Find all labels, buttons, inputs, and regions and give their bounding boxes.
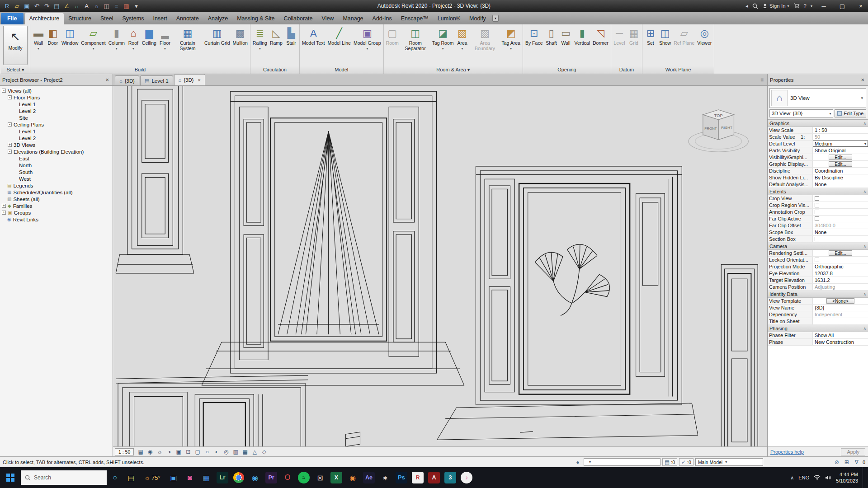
modify-button[interactable]: ↖Modify: [3, 26, 28, 65]
rendering-dialog-icon[interactable]: ▣: [174, 448, 183, 455]
section-extents[interactable]: Extents∧: [768, 188, 868, 195]
ribbon-tab-annotate[interactable]: Annotate: [172, 13, 203, 24]
ribbon-tab-architecture[interactable]: Architecture: [25, 13, 64, 24]
section-camera[interactable]: Camera∧: [768, 243, 868, 250]
browser-item-west-13[interactable]: West: [0, 175, 113, 182]
roof-dropdown-icon[interactable]: ▾: [132, 47, 134, 51]
tool-viewer-button[interactable]: ◎Viewer: [696, 25, 713, 66]
press-drag-icon[interactable]: ⊞: [843, 459, 851, 465]
app-store-cart-icon[interactable]: [793, 3, 800, 9]
sign-in-button[interactable]: Sign In ▾: [762, 3, 789, 9]
collapse-section-icon[interactable]: ∧: [863, 326, 866, 331]
collapse-icon[interactable]: -: [2, 89, 6, 93]
property-value-view-template[interactable]: <None>: [813, 298, 868, 304]
ribbon-tab-manage[interactable]: Manage: [338, 13, 368, 24]
property-value-detail-level[interactable]: Medium▾: [813, 141, 868, 147]
property-value-phase-filter[interactable]: Show All: [813, 332, 868, 338]
taskbar-app-itunes[interactable]: ♪: [458, 469, 475, 487]
taskbar-app-mail[interactable]: ⊠: [312, 469, 328, 487]
design-option-dropdown-icon[interactable]: ▾: [725, 460, 727, 464]
tool-shaft-button[interactable]: ▯Shaft: [544, 25, 558, 66]
lock-3d-view-icon[interactable]: ○: [203, 448, 212, 455]
properties-header[interactable]: Properties ×: [767, 74, 868, 85]
switch-windows-icon[interactable]: ▥: [122, 1, 131, 11]
crop-view-icon[interactable]: ⊡: [184, 448, 193, 455]
edit-type-button[interactable]: Edit Type: [835, 109, 866, 117]
workset-dropdown-icon[interactable]: ▾: [589, 460, 591, 464]
property-value-crop-region-vis[interactable]: [813, 202, 868, 208]
tool-curtain-system-button[interactable]: ▦Curtain System: [172, 25, 203, 66]
property-value-annotation-crop[interactable]: [813, 209, 868, 215]
model-canvas-svg[interactable]: TOP FRONT RIGHT: [113, 86, 767, 446]
wifi-icon[interactable]: [814, 475, 821, 480]
text-note-icon[interactable]: A: [82, 1, 91, 11]
browser-item-schedules-quantities-all-15[interactable]: ▦Schedules/Quantities (all): [0, 189, 113, 196]
tag-room-dropdown-icon[interactable]: ▾: [442, 47, 444, 51]
tool-component-button[interactable]: ▱Component▾: [80, 25, 107, 66]
tool-ramp-button[interactable]: ◺Ramp: [269, 25, 284, 66]
far-clip-active-checkbox[interactable]: [815, 216, 819, 221]
taskbar-app-opera[interactable]: O: [279, 469, 296, 487]
property-value-crop-view[interactable]: [813, 195, 868, 202]
railing-dropdown-icon[interactable]: ▾: [259, 47, 261, 51]
volume-icon[interactable]: [825, 475, 831, 480]
taskbar-app-weather[interactable]: ☼75°: [139, 469, 165, 487]
viewcube-top-label[interactable]: TOP: [714, 113, 723, 118]
save-icon[interactable]: ▣: [22, 1, 32, 11]
property-value-parts-visibility[interactable]: Show Original: [813, 147, 868, 154]
ribbon-tab-modify[interactable]: Modify: [465, 13, 491, 24]
browser-item-ceiling-plans-5[interactable]: -Ceiling Plans: [0, 121, 113, 128]
browser-item-east-10[interactable]: East: [0, 155, 113, 162]
expand-icon[interactable]: +: [2, 211, 6, 215]
property-value-section-box[interactable]: [813, 236, 868, 242]
tool-floor-button[interactable]: ▂Floor▾: [158, 25, 172, 66]
property-value-dependency[interactable]: Independent: [813, 311, 868, 318]
property-value-visibility-graphi[interactable]: Edit...: [813, 154, 868, 160]
tool-tag-area-button[interactable]: ◩Tag Area▾: [500, 25, 522, 66]
expand-icon[interactable]: +: [2, 204, 6, 208]
collapse-icon[interactable]: -: [8, 150, 12, 154]
project-browser-header[interactable]: Project Browser - Project2 ×: [0, 74, 113, 85]
tab-list-button[interactable]: ≡: [760, 77, 764, 83]
section-graphics[interactable]: Graphics∧: [768, 120, 868, 127]
search-icon[interactable]: [752, 3, 758, 9]
tool-set-button[interactable]: ⊞Set: [643, 25, 658, 66]
viewcube-front-label[interactable]: FRONT: [704, 127, 717, 131]
browser-item-legends-14[interactable]: ▤Legends: [0, 182, 113, 189]
ribbon-tab-view[interactable]: View: [317, 13, 339, 24]
close-button[interactable]: ×: [854, 0, 868, 12]
browser-item-views-all-0[interactable]: -Views (all): [0, 87, 113, 94]
hidden-icons-chevron[interactable]: ∧: [790, 475, 794, 481]
ribbon-tab-structure[interactable]: Structure: [64, 13, 96, 24]
undo-icon[interactable]: ↶: [32, 1, 42, 11]
language-indicator[interactable]: ENG: [798, 475, 809, 480]
property-value-scope-box[interactable]: None: [813, 229, 868, 235]
taskbar-app-instagram[interactable]: ◙: [182, 469, 198, 487]
print-icon[interactable]: ▤: [52, 1, 61, 11]
wall-dropdown-icon[interactable]: ▾: [38, 47, 39, 51]
ribbon-tab-file[interactable]: File: [1, 13, 24, 24]
browser-item-site-4[interactable]: Site: [0, 114, 113, 121]
value-dropdown-icon[interactable]: ▾: [864, 142, 866, 146]
aligned-dimension-icon[interactable]: ↔: [72, 1, 81, 11]
taskbar-app-photoshop[interactable]: Ps: [393, 469, 410, 487]
taskbar-app-3ds-max[interactable]: 3: [442, 469, 458, 487]
tool-model-text-button[interactable]: AModel Text: [301, 25, 326, 66]
property-value-default-analysis[interactable]: None: [813, 181, 868, 188]
tool-window-button[interactable]: ◫Window: [60, 25, 80, 66]
help-button[interactable]: ?: [804, 3, 807, 9]
property-value-locked-orientat[interactable]: [813, 257, 868, 263]
tool-mullion-button[interactable]: ▩Mullion: [231, 25, 249, 66]
ribbon-tab-add-ins[interactable]: Add-Ins: [368, 13, 396, 24]
collapse-icon[interactable]: -: [8, 122, 12, 127]
property-value-show-hidden-li[interactable]: By Discipline: [813, 174, 868, 181]
browser-item-revit-links-19[interactable]: ◉Revit Links: [0, 216, 113, 223]
taskbar-clock[interactable]: 4:44 PM 5/10/2023: [836, 471, 858, 484]
taskbar-search-input[interactable]: Search: [21, 470, 107, 485]
shadows-icon[interactable]: ◑: [165, 448, 174, 455]
model-group-dropdown-icon[interactable]: ▾: [366, 47, 368, 51]
revit-logo-icon[interactable]: R: [2, 1, 12, 11]
tool-model-line-button[interactable]: ╱Model Line: [326, 25, 352, 66]
property-value-far-clip-offset[interactable]: 304800.0: [813, 222, 868, 229]
detail-level-icon[interactable]: ▤: [136, 448, 145, 455]
